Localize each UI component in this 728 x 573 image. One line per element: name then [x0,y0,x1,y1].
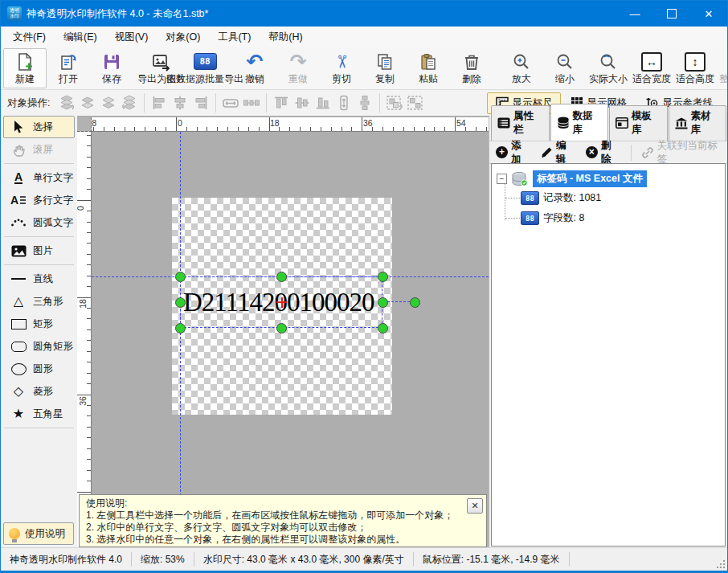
link-to-label-button: 关联到当前标签 [641,139,727,166]
selection-handle-w[interactable] [175,297,186,308]
save-button[interactable]: 保存 [90,48,133,88]
delete-button[interactable]: 删除 [450,48,493,88]
selection-handle-nw[interactable] [175,272,186,282]
menu-bar: 文件(F) 编辑(E) 视图(V) 对象(O) 工具(T) 帮助(H) [1,27,727,48]
canvas-viewport[interactable]: D21114200100020 [92,132,489,548]
bring-forward-icon [77,92,98,113]
bring-to-front-icon [56,92,77,113]
collapse-expander-icon[interactable]: − [497,174,507,184]
usage-instructions-box: 使用说明: 1. 左侧工具栏中选择一个功能后，在画布区域按住鼠标左键拖动，即可添… [79,494,487,547]
tool-rounded-rectangle[interactable]: 圆角矩形 [3,335,75,358]
tool-single-line-text[interactable]: A 单行文字 [3,166,75,189]
usage-help-button[interactable]: 使用说明 [3,522,74,545]
actual-size-button[interactable]: 实际大小 [587,48,630,88]
menu-view[interactable]: 视图(V) [106,27,157,47]
actionbar-separator [631,145,632,161]
menu-help[interactable]: 帮助(H) [260,27,311,47]
tree-field-count-row[interactable]: 88 字段数: 8 [521,211,584,225]
zoom-in-button[interactable]: 放大 [500,48,543,88]
tool-multi-line-text[interactable]: A 多行文字 [3,189,75,211]
title-bar: 透明 水印 神奇透明水印制作软件 4.0 - 未命名1.stb* — ✕ [1,1,727,27]
right-panel: 属性栏 数据库 模板库 素材库 + 添加 编辑 [489,116,727,548]
h-distribute-icon [241,92,262,113]
batch-export-button[interactable]: 88 依数据源批量导出 [183,48,227,88]
edit-datasource-button[interactable]: 编辑 [541,139,576,166]
tool-diamond[interactable]: ◇ 菱形 [3,380,75,403]
help-line: 2. 水印中的单行文字、多行文字、圆弧文字对象均可以双击修改； [86,522,480,534]
resize-grip[interactable] [716,559,726,569]
status-bar: 神奇透明水印制作软件 4.0 缩放: 53% 水印尺寸: 43.0 毫米 x 4… [1,547,727,571]
menu-tools[interactable]: 工具(T) [209,27,260,47]
close-button[interactable]: ✕ [690,1,727,27]
tool-rectangle[interactable]: 矩形 [3,313,75,335]
triangle-icon: △ [9,295,28,308]
tab-materials[interactable]: 素材库 [669,105,727,141]
redo-icon: ↷ [290,51,307,72]
menu-object[interactable]: 对象(O) [157,27,209,47]
fit-height-button[interactable]: ↕ 适合高度 [673,48,717,88]
zoom-out-button[interactable]: 缩小 [543,48,587,88]
tree-record-count-row[interactable]: 88 记录数: 1081 [521,191,601,205]
menu-file[interactable]: 文件(F) [4,27,55,47]
selection-handle-n[interactable] [276,272,287,282]
rotation-handle[interactable] [410,297,420,308]
minimize-icon: — [630,8,640,20]
tool-image[interactable]: 图片 [3,239,75,262]
tab-database[interactable]: 数据库 [550,104,609,141]
objbar-separator [266,93,267,113]
app-icon: 透明 水印 [7,6,22,21]
selection-handle-ne[interactable] [378,272,388,282]
open-button[interactable]: 打开 [47,48,90,88]
tree-root-row[interactable]: − 标签码 - MS Excel 文件 [497,170,647,187]
rectangle-icon [9,319,28,329]
tab-properties[interactable]: 属性栏 [491,105,550,141]
tool-star[interactable]: ★ 五角星 [3,403,75,425]
maximize-button[interactable] [653,1,690,27]
tool-line[interactable]: 直线 [3,268,75,290]
delete-datasource-button[interactable]: × 删除 [586,139,621,166]
actual-size-icon [599,51,618,72]
sidebar-separator [4,264,74,265]
tree-root-label[interactable]: 标签码 - MS Excel 文件 [533,170,647,187]
excel-datasource-icon [511,172,529,186]
tool-sidebar: 选择 滚屏 A 单行文字 A 多行文字 圆弧文字 图片 直线 △ [1,116,78,548]
align-hcenter-icon [170,92,190,113]
fit-width-button[interactable]: ↔ 适合宽度 [630,48,673,88]
plus-icon: + [496,146,508,158]
tool-circle[interactable]: 圆形 [3,358,75,380]
cut-button[interactable]: ✂ 剪切 [320,48,363,88]
copy-button[interactable]: 复制 [363,48,407,88]
close-icon: ✕ [471,501,478,511]
vertical-ruler: 0 18 36 54 [77,132,92,548]
tab-templates[interactable]: 模板库 [609,105,668,141]
vertical-guide-line[interactable] [180,132,181,548]
paste-button[interactable]: 粘贴 [407,48,450,88]
add-datasource-button[interactable]: + 添加 [496,139,531,166]
selection-handle-e[interactable] [378,297,388,308]
main-toolbar: 新建 打开 保存 导出为图片 88 依数据源批量导出 [1,47,727,90]
selection-handle-se[interactable] [378,323,388,334]
status-mouse-position: 鼠标位置: -15.1 毫米, -14.9 毫米 [414,552,570,567]
object-operations-label: 对象操作: [7,96,50,110]
undo-button[interactable]: ↶ 撤销 [233,48,276,88]
pencil-icon [541,146,553,158]
multi-line-text-icon: A [9,194,28,207]
tool-select[interactable]: 选择 [3,116,75,138]
bank-icon [675,117,688,129]
minimize-button[interactable]: — [616,1,653,27]
arc-text-icon [9,217,28,228]
selection-handle-s[interactable] [276,323,287,334]
objbar-separator [144,93,145,113]
menu-edit[interactable]: 编辑(E) [55,27,106,47]
help-close-button[interactable]: ✕ [467,498,483,514]
single-line-text-icon: A [9,171,28,184]
tool-triangle[interactable]: △ 三角形 [3,290,75,313]
tool-arc-text[interactable]: 圆弧文字 [3,211,75,234]
horizontal-ruler: -18 0 18 36 54 [92,117,489,132]
full-page-button: 整页显示 [717,48,728,88]
selection-handle-sw[interactable] [175,323,186,334]
new-button[interactable]: 新建 [3,48,47,88]
tool-pan: 滚屏 [3,138,75,161]
center-mark-icon [281,297,283,308]
ruler-corner [77,117,92,132]
